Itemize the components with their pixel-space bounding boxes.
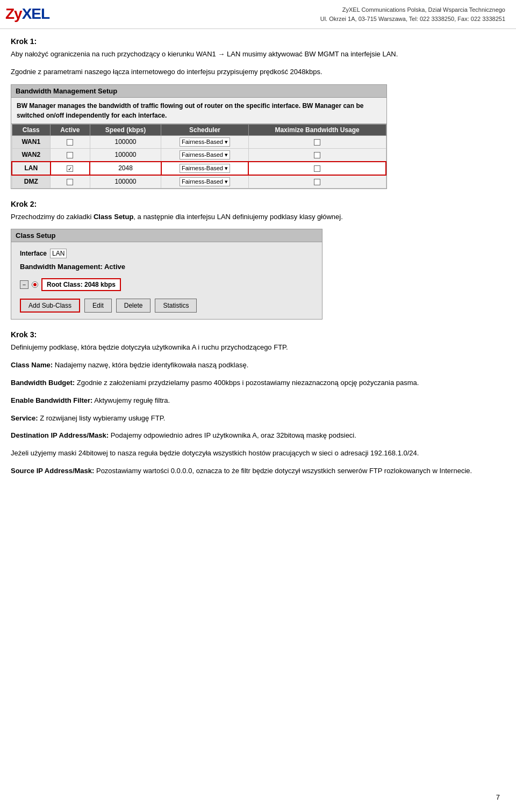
class-name-detail: Class Name: Nadajemy nazwę, która będzie… (11, 360, 505, 371)
scheduler-dmz-select[interactable]: Fairness-Based ▾ (180, 177, 230, 186)
service-label: Service: (11, 414, 38, 422)
maximize-wan1 (248, 135, 386, 148)
class-name-text: Nadajemy nazwę, która będzie identyfikow… (55, 361, 249, 369)
add-sub-class-button[interactable]: Add Sub-Class (20, 299, 80, 313)
bw-setup-title: Bandwidth Management Setup (11, 85, 386, 98)
dest-detail: Destination IP Address/Mask: Podajemy od… (11, 430, 505, 441)
class-lan: LAN (12, 162, 51, 175)
dest-label: Destination IP Address/Mask: (11, 431, 109, 439)
interface-row: Interface LAN (20, 249, 313, 258)
maximize-lan (248, 162, 386, 175)
page-content: Krok 1: Aby nałożyć ograniczenia na ruch… (0, 29, 516, 491)
class-setup-content: Interface LAN Bandwidth Management: Acti… (11, 242, 322, 319)
scheduler-lan-select[interactable]: Fairness-Based ▾ (180, 164, 230, 173)
class-name-label: Class Name: (11, 361, 53, 369)
logo: ZyXEL (5, 5, 49, 23)
root-class-label: Root Class: 2048 kbps (41, 278, 121, 291)
checkbox-dmz-active[interactable] (67, 179, 73, 185)
scheduler-wan1: Fairness-Based ▾ (161, 135, 248, 148)
bandwidth-label: Bandwidth Budget: (11, 379, 75, 387)
col-speed: Speed (kbps) (90, 124, 161, 135)
checkbox-wan1-active[interactable] (67, 139, 73, 146)
step2-text: Przechodzimy do zakładki Class Setup, a … (11, 212, 505, 223)
root-class-row: − Root Class: 2048 kbps (20, 278, 313, 291)
edit-button[interactable]: Edit (84, 299, 112, 313)
interface-label: Interface (20, 250, 47, 257)
logo-xel: XEL (22, 5, 49, 22)
scheduler-wan2: Fairness-Based ▾ (161, 148, 248, 162)
enable-detail: Enable Bandwidth Filter: Aktywujemy regu… (11, 395, 505, 407)
maximize-dmz (248, 175, 386, 189)
class-setup-buttons: Add Sub-Class Edit Delete Statistics (20, 299, 313, 313)
class-wan1: WAN1 (12, 135, 51, 148)
note-24bit: Jeżeli użyjemy maski 24bitowej to nasza … (11, 448, 505, 459)
checkbox-lan-maximize[interactable] (314, 165, 320, 172)
speed-lan: 2048 (90, 162, 161, 175)
step1-text2: Zgodnie z parametrami naszego łącza inte… (11, 67, 505, 78)
interface-select[interactable]: LAN (50, 249, 67, 258)
col-class: Class (12, 124, 51, 135)
active-wan1 (51, 135, 90, 148)
enable-text: Aktywujemy regułę filtra. (94, 396, 170, 404)
scheduler-lan: Fairness-Based ▾ (161, 162, 248, 175)
source-label: Source IP Address/Mask: (11, 467, 94, 475)
dest-text: Podajemy odpowiednio adres IP użytkownik… (111, 431, 356, 439)
bw-table: Class Active Speed (kbps) Scheduler Maxi… (11, 124, 386, 189)
company-line2: Ul. Okrzei 1A, 03-715 Warszawa, Tel: 022… (320, 15, 505, 24)
service-detail: Service: Z rozwijanej listy wybieramy us… (11, 413, 505, 424)
col-scheduler: Scheduler (161, 124, 248, 135)
class-dmz: DMZ (12, 175, 51, 189)
scheduler-dmz: Fairness-Based ▾ (161, 175, 248, 189)
class-setup-box: Class Setup Interface LAN Bandwidth Mana… (11, 229, 322, 320)
table-row-lan: LAN 2048 Fairness-Based ▾ (12, 162, 386, 175)
service-text: Z rozwijanej listy wybieramy usługę FTP. (40, 414, 165, 422)
class-wan2: WAN2 (12, 148, 51, 162)
checkbox-wan1-maximize[interactable] (314, 139, 320, 146)
checkbox-wan2-active[interactable] (67, 152, 73, 158)
step2-heading: Krok 2: (11, 200, 505, 208)
scheduler-wan1-select[interactable]: Fairness-Based ▾ (180, 137, 230, 147)
maximize-wan2 (248, 148, 386, 162)
logo-zy: Zy (5, 5, 22, 22)
speed-wan1: 100000 (90, 135, 161, 148)
delete-button[interactable]: Delete (116, 299, 151, 313)
source-detail: Source IP Address/Mask: Pozostawiamy war… (11, 466, 505, 477)
table-row: DMZ 100000 Fairness-Based ▾ (12, 175, 386, 189)
bw-active-label: Bandwidth Management: Active (20, 263, 313, 271)
checkbox-dmz-maximize[interactable] (314, 179, 320, 185)
zyxel-logo: ZyXEL (5, 5, 49, 23)
minus-button[interactable]: − (20, 280, 28, 289)
page-header: ZyXEL ZyXEL Communications Polska, Dział… (0, 0, 516, 29)
bw-setup-box: Bandwidth Management Setup BW Manager ma… (11, 84, 387, 189)
step1-text1: Aby nałożyć ograniczenia na ruch przycho… (11, 49, 505, 60)
col-maximize: Maximize Bandwidth Usage (248, 124, 386, 135)
table-row: WAN2 100000 Fairness-Based ▾ (12, 148, 386, 162)
enable-label: Enable Bandwidth Filter: (11, 396, 92, 404)
company-line1: ZyXEL Communications Polska, Dział Wspar… (320, 5, 505, 15)
table-row: WAN1 100000 Fairness-Based ▾ (12, 135, 386, 148)
class-setup-title: Class Setup (11, 229, 322, 242)
bw-setup-description: BW Manager manages the bandwidth of traf… (11, 98, 386, 124)
active-dmz (51, 175, 90, 189)
active-lan (51, 162, 90, 175)
bandwidth-detail: Bandwidth Budget: Zgodnie z założeniami … (11, 378, 505, 389)
step3-text: Definiujemy podklasę, która będzie dotyc… (11, 342, 505, 353)
scheduler-wan2-select[interactable]: Fairness-Based ▾ (180, 150, 230, 160)
statistics-button[interactable]: Statistics (155, 299, 197, 313)
header-info: ZyXEL Communications Polska, Dział Wspar… (320, 5, 505, 23)
step1-heading: Krok 1: (11, 37, 505, 46)
speed-wan2: 100000 (90, 148, 161, 162)
source-text: Pozostawiamy wartości 0.0.0.0, oznacza t… (96, 467, 472, 475)
active-wan2 (51, 148, 90, 162)
checkbox-wan2-maximize[interactable] (314, 152, 320, 158)
page-number: 7 (496, 793, 500, 801)
speed-dmz: 100000 (90, 175, 161, 189)
col-active: Active (51, 124, 90, 135)
bandwidth-text: Zgodnie z założeniami przydzielamy pasmo… (77, 379, 419, 387)
step3-heading: Krok 3: (11, 330, 505, 339)
radio-root-class[interactable] (32, 281, 38, 288)
checkbox-lan-active[interactable] (67, 165, 73, 172)
